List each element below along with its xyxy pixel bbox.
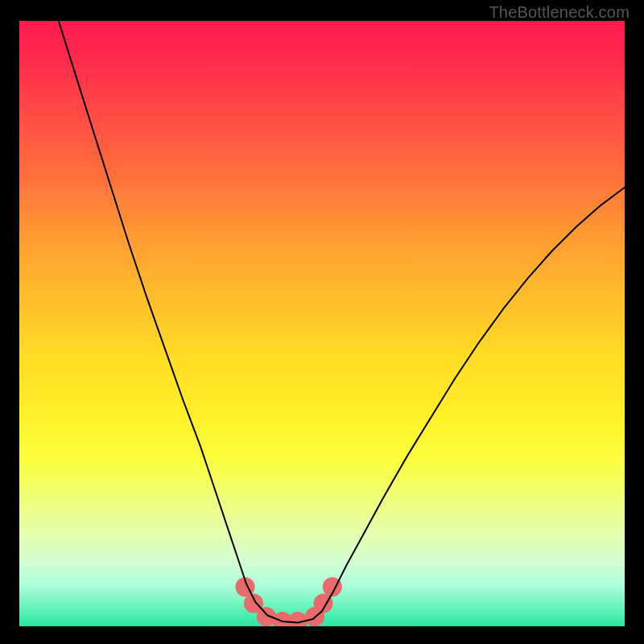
watermark-text: TheBottleneck.com	[489, 3, 630, 22]
highlight-dot	[257, 607, 276, 626]
plot-area	[19, 21, 625, 626]
chart-container: TheBottleneck.com	[0, 0, 644, 644]
highlight-markers	[235, 577, 341, 626]
curve-layer	[19, 21, 625, 626]
bottleneck-curve	[59, 21, 625, 622]
highlight-dot	[288, 612, 308, 626]
